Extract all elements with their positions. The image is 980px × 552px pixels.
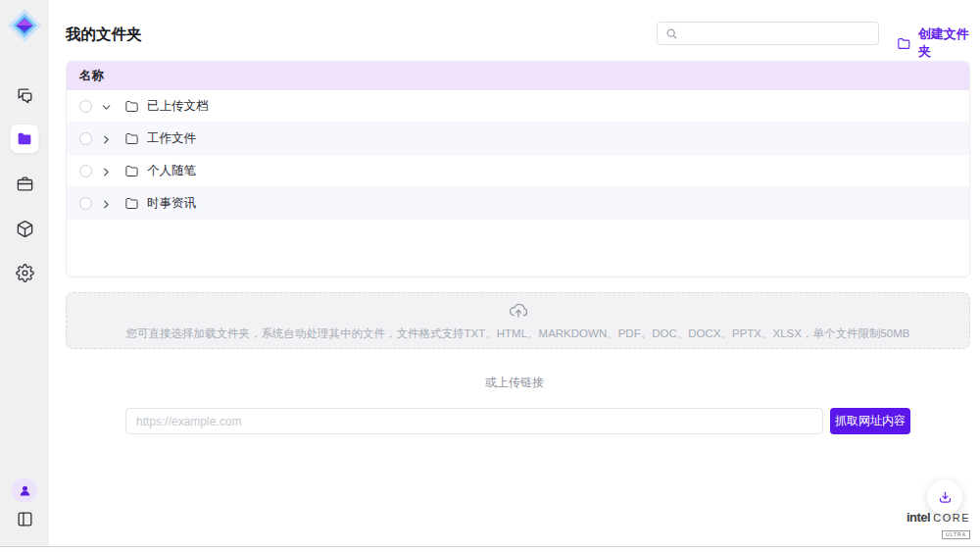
table-row[interactable]: 时事资讯 — [67, 187, 969, 220]
create-folder-button[interactable]: 创建文件夹 — [897, 25, 980, 61]
fetch-url-button[interactable]: 抓取网址内容 — [830, 408, 910, 434]
intel-logo-text: intel — [906, 511, 930, 524]
folder-icon — [897, 36, 911, 51]
table-row[interactable]: 已上传文档 — [67, 90, 969, 123]
intel-core-logo: intel core ultra — [906, 511, 970, 539]
upload-dropzone[interactable]: 您可直接选择加载文件夹，系统自动处理其中的文件，文件格式支持TXT、HTML、M… — [66, 292, 970, 349]
page-title: 我的文件夹 — [66, 25, 142, 45]
folder-icon — [124, 99, 139, 114]
table-row[interactable]: 个人随笔 — [67, 155, 969, 187]
collapse-panel-icon[interactable] — [15, 509, 34, 528]
url-upload-row: 抓取网址内容 — [125, 408, 910, 434]
chat-icon[interactable] — [15, 85, 34, 105]
folder-icon — [124, 196, 139, 211]
user-avatar[interactable] — [12, 477, 37, 503]
table-row[interactable]: 工作文件 — [67, 123, 969, 155]
chevron-right-icon[interactable] — [100, 165, 113, 177]
folder-row-label: 工作文件 — [147, 130, 196, 147]
folder-row-label: 个人随笔 — [147, 163, 196, 179]
sidebar-item-folders-active[interactable] — [11, 125, 39, 153]
row-checkbox[interactable] — [79, 197, 92, 210]
package-cube-icon[interactable] — [15, 219, 34, 238]
table-header-name: 名称 — [67, 62, 969, 90]
row-checkbox[interactable] — [79, 100, 92, 113]
chevron-down-icon[interactable] — [100, 100, 113, 113]
sidebar — [0, 0, 49, 546]
chevron-right-icon[interactable] — [100, 197, 113, 210]
briefcase-icon[interactable] — [15, 174, 34, 193]
core-logo-text: core — [933, 513, 970, 524]
download-icon — [937, 489, 954, 506]
folder-row-label: 时事资讯 — [147, 195, 196, 212]
folder-icon — [124, 131, 139, 146]
search-box[interactable] — [657, 22, 879, 45]
or-upload-link-label: 或上传链接 — [49, 375, 980, 391]
ultra-badge: ultra — [942, 530, 970, 539]
folder-table: 名称 已上传文档 工作文件 个人随笔 — [66, 61, 970, 277]
window-bottom-edge — [0, 546, 980, 552]
settings-gear-icon[interactable] — [15, 263, 34, 282]
cloud-upload-icon — [508, 300, 529, 322]
row-checkbox[interactable] — [79, 165, 92, 177]
folder-row-label: 已上传文档 — [147, 98, 209, 115]
create-folder-label: 创建文件夹 — [918, 25, 980, 61]
upload-hint-text: 您可直接选择加载文件夹，系统自动处理其中的文件，文件格式支持TXT、HTML、M… — [67, 326, 969, 341]
url-input[interactable] — [125, 408, 823, 434]
chevron-right-icon[interactable] — [100, 132, 113, 145]
app-logo-icon[interactable] — [6, 7, 43, 44]
download-fab-button[interactable] — [927, 479, 962, 515]
folder-icon — [124, 164, 139, 178]
search-icon — [665, 27, 678, 40]
search-input[interactable] — [678, 23, 878, 44]
row-checkbox[interactable] — [79, 132, 92, 145]
